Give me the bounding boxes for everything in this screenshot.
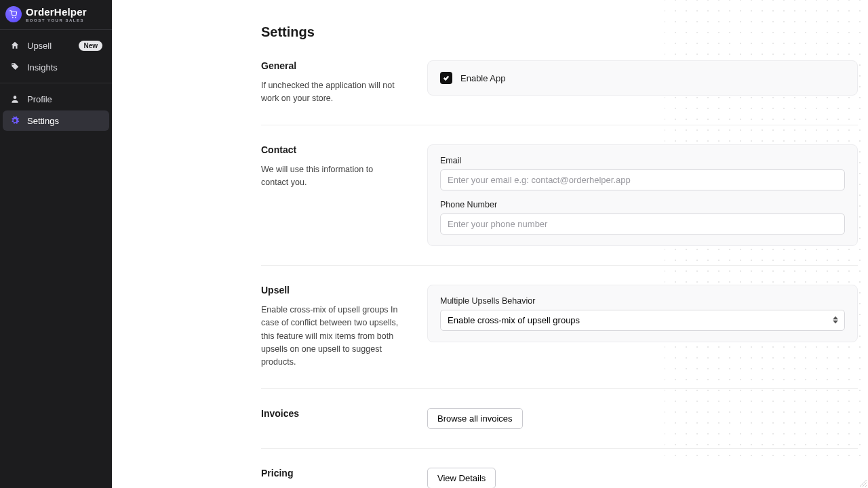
section-general: General If unchecked the application wil… (261, 55, 858, 125)
section-pricing: Pricing Get changed only when your custo… (261, 449, 858, 488)
enable-app-label: Enable App (460, 73, 506, 83)
brand-tagline: BOOST YOUR SALES (26, 18, 87, 22)
sidebar-item-settings[interactable]: Settings (3, 110, 109, 131)
svg-point-0 (12, 17, 14, 18)
enable-app-checkbox[interactable] (440, 72, 452, 84)
svg-line-5 (865, 485, 867, 487)
section-desc: If unchecked the application will not wo… (261, 79, 400, 106)
browse-invoices-button[interactable]: Browse all invoices (427, 408, 523, 429)
main: Settings General If unchecked the applic… (112, 0, 868, 488)
view-pricing-button[interactable]: View Details (427, 468, 496, 488)
sidebar-item-label: Profile (27, 94, 102, 104)
email-label: Email (440, 156, 845, 165)
sidebar: OrderHelper BOOST YOUR SALES Upsell New … (0, 0, 112, 488)
home-icon (9, 40, 20, 51)
section-invoices: Invoices Browse all invoices (261, 389, 858, 449)
card-upsell: Multiple Upsells Behavior Enable cross-m… (427, 285, 858, 342)
resize-grip-icon (859, 479, 867, 487)
brand: OrderHelper BOOST YOUR SALES (0, 0, 112, 30)
sidebar-item-profile[interactable]: Profile (3, 89, 109, 109)
section-title: Pricing (261, 468, 400, 479)
sidebar-item-label: Insights (27, 62, 102, 73)
behavior-select[interactable]: Enable cross-mix of upsell groups (440, 310, 845, 331)
svg-point-1 (15, 17, 16, 18)
section-title: General (261, 60, 400, 71)
sidebar-item-insights[interactable]: Insights (3, 57, 109, 77)
tag-icon (9, 62, 20, 73)
section-title: Contact (261, 144, 400, 155)
brand-name: OrderHelper (26, 7, 87, 17)
nav-group-main: Upsell New Insights (0, 30, 112, 83)
sidebar-item-label: Upsell (27, 41, 72, 51)
user-icon (9, 94, 20, 104)
section-desc: We will use this information to contact … (261, 163, 400, 190)
card-contact: Email Phone Number (427, 144, 858, 246)
section-desc: Enable cross-mix of upsell groups In cas… (261, 304, 400, 369)
gear-icon (9, 115, 20, 126)
sidebar-item-label: Settings (27, 116, 102, 126)
svg-point-2 (14, 96, 17, 99)
section-upsell: Upsell Enable cross-mix of upsell groups… (261, 266, 858, 389)
badge-new: New (79, 41, 102, 51)
section-title: Invoices (261, 408, 400, 419)
card-general: Enable App (427, 60, 858, 96)
email-input[interactable] (440, 169, 845, 190)
phone-input[interactable] (440, 214, 845, 235)
page-title: Settings (261, 24, 858, 40)
phone-label: Phone Number (440, 200, 845, 209)
section-title: Upsell (261, 285, 400, 296)
sidebar-item-upsell[interactable]: Upsell New (3, 35, 109, 56)
section-contact: Contact We will use this information to … (261, 125, 858, 266)
brand-logo-icon (5, 6, 22, 22)
nav-group-account: Profile Settings (0, 83, 112, 136)
behavior-label: Multiple Upsells Behavior (440, 296, 845, 306)
